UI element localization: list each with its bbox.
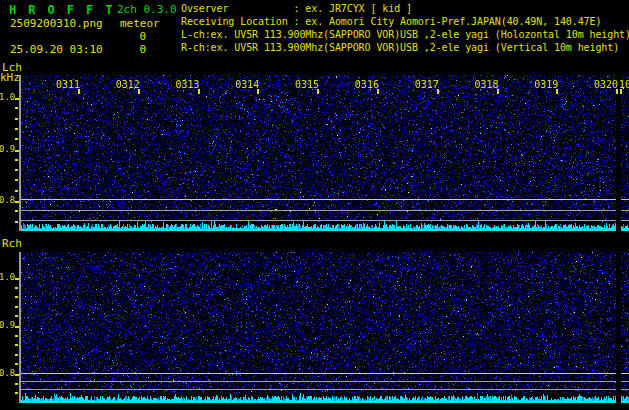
y-tick-minor	[15, 169, 18, 171]
lch-axis-unit: kHz	[0, 71, 20, 84]
y-tick-minor	[15, 128, 18, 130]
y-tick-minor	[15, 383, 18, 385]
time-tick	[377, 89, 379, 94]
observer-line: Ovserver : ex. JR7CYX [ kid ]	[181, 3, 412, 14]
y-tick-minor	[15, 354, 18, 356]
time-tick	[556, 89, 558, 94]
y-tick-minor	[15, 296, 18, 298]
time-tick	[616, 89, 618, 94]
rch-axis-name: Rch	[2, 237, 22, 250]
time-tick	[78, 89, 80, 94]
hrofft-screen: H R O F F T 2ch 0.3.0 2509200310.png met…	[0, 0, 629, 410]
time-tick	[437, 89, 439, 94]
time-label: 0320	[594, 79, 618, 90]
y-tick-major	[15, 326, 19, 328]
y-tick-minor	[15, 118, 18, 120]
app-title: H R O F F T	[9, 3, 115, 17]
y-tick-minor	[15, 190, 18, 192]
y-tick-minor	[15, 335, 18, 337]
time-tick	[138, 89, 140, 94]
y-tick-minor	[15, 315, 18, 317]
time-tick	[257, 89, 259, 94]
y-tick-minor	[15, 107, 18, 109]
y-tick-minor	[15, 221, 18, 223]
time-tick	[497, 89, 499, 94]
y-tick-major	[15, 98, 19, 100]
meteor-mode-label: meteor	[120, 17, 160, 30]
y-tick-minor	[15, 392, 18, 394]
y-tick-minor	[15, 138, 18, 140]
filename-label: 2509200310.png	[10, 17, 103, 30]
time-label: 0317	[415, 79, 439, 90]
y-tick-minor	[15, 306, 18, 308]
time-label: 0319	[534, 79, 558, 90]
y-tick-major	[15, 278, 19, 280]
timestamp-label: 25.09.20 03:10	[10, 43, 103, 56]
time-label: 0314	[235, 79, 259, 90]
y-tick-major	[15, 374, 19, 376]
y-tick-label: 1.0	[0, 92, 15, 102]
y-tick-label: 0.9	[0, 320, 15, 330]
rch-spectrogram-canvas	[21, 252, 629, 403]
time-label: 0311	[56, 79, 80, 90]
y-tick-label: 1.0	[0, 272, 15, 282]
time-tick	[198, 89, 200, 94]
y-tick-label: 0.8	[0, 195, 15, 205]
time-label: 0316	[355, 79, 379, 90]
lch-config-line: L-ch:ex. UV5R 113.900Mhz(SAPPORO VOR)USB…	[181, 29, 629, 40]
y-tick-major	[15, 201, 19, 203]
time-label: 0313	[176, 79, 200, 90]
y-tick-minor	[15, 363, 18, 365]
y-tick-label: 0.8	[0, 368, 15, 378]
version-label: 2ch 0.3.0	[117, 3, 177, 16]
y-tick-minor	[15, 179, 18, 181]
time-label: 0312	[116, 79, 140, 90]
location-line: Receiving Location : ex. Aomori City Aom…	[181, 16, 601, 27]
meteor-count-left: 0	[118, 30, 146, 43]
time-label: 0318	[474, 79, 498, 90]
y-tick-minor	[15, 210, 18, 212]
y-tick-major	[15, 150, 19, 152]
time-label: 0315	[295, 79, 319, 90]
y-tick-minor	[15, 159, 18, 161]
time-tick	[317, 89, 319, 94]
lch-spectrogram-canvas	[21, 75, 629, 231]
y-tick-minor	[15, 287, 18, 289]
time-tick	[620, 89, 622, 94]
y-tick-label: 0.9	[0, 144, 15, 154]
y-tick-minor	[15, 344, 18, 346]
rch-config-line: R-ch:ex. UV5R 113.900Mhz(SAPPORO VOR)USB…	[181, 42, 619, 53]
meteor-count-right: 0	[118, 43, 146, 56]
